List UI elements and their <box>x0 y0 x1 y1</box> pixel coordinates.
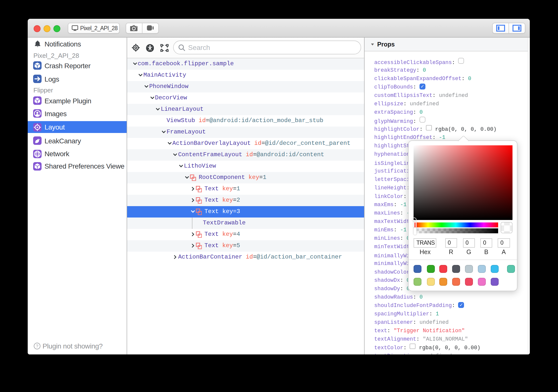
svg-text:?: ? <box>36 344 38 348</box>
